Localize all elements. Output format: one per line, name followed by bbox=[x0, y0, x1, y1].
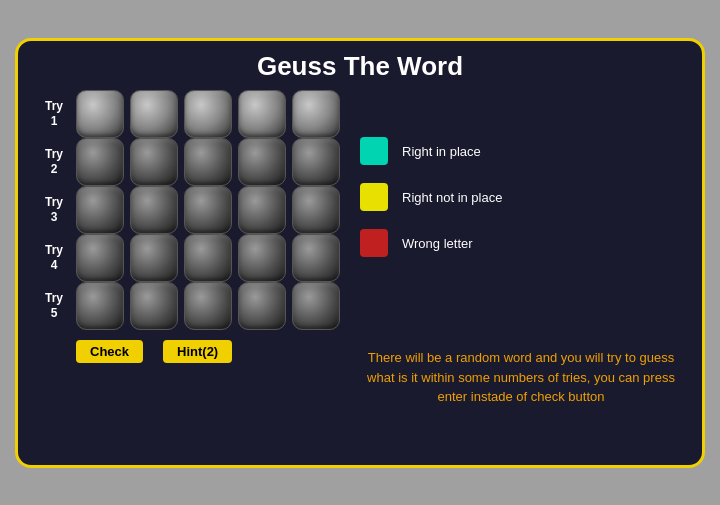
cell-r1-c3[interactable] bbox=[184, 90, 232, 138]
legend-label-2: Wrong letter bbox=[402, 236, 473, 251]
main-area: Try 1Try 2Try 3Try 4Try 5 Check Hint(2) … bbox=[38, 90, 682, 455]
description-text: There will be a random word and you will… bbox=[360, 348, 682, 407]
cell-r4-c1[interactable] bbox=[76, 234, 124, 282]
try-row-4: Try 4 bbox=[38, 234, 340, 282]
cells-group-1 bbox=[76, 90, 340, 138]
cell-r3-c2[interactable] bbox=[130, 186, 178, 234]
try-label-1: Try 1 bbox=[38, 99, 70, 128]
cell-r5-c2[interactable] bbox=[130, 282, 178, 330]
legend-label-0: Right in place bbox=[402, 144, 481, 159]
legend-item-0: Right in place bbox=[360, 137, 682, 165]
cell-r2-c3[interactable] bbox=[184, 138, 232, 186]
legend-color-0 bbox=[360, 137, 388, 165]
legend-color-2 bbox=[360, 229, 388, 257]
cell-r1-c1[interactable] bbox=[76, 90, 124, 138]
legend-color-1 bbox=[360, 183, 388, 211]
cell-r1-c5[interactable] bbox=[292, 90, 340, 138]
try-label-2: Try 2 bbox=[38, 147, 70, 176]
try-row-2: Try 2 bbox=[38, 138, 340, 186]
buttons-row: Check Hint(2) bbox=[38, 340, 340, 363]
cells-group-4 bbox=[76, 234, 340, 282]
cell-r4-c5[interactable] bbox=[292, 234, 340, 282]
cell-r5-c3[interactable] bbox=[184, 282, 232, 330]
try-row-1: Try 1 bbox=[38, 90, 340, 138]
left-panel: Try 1Try 2Try 3Try 4Try 5 Check Hint(2) bbox=[38, 90, 340, 455]
cell-r2-c1[interactable] bbox=[76, 138, 124, 186]
cell-r2-c5[interactable] bbox=[292, 138, 340, 186]
cells-group-5 bbox=[76, 282, 340, 330]
legend-label-1: Right not in place bbox=[402, 190, 502, 205]
hint-button[interactable]: Hint(2) bbox=[163, 340, 232, 363]
cells-group-3 bbox=[76, 186, 340, 234]
cell-r2-c4[interactable] bbox=[238, 138, 286, 186]
cell-r3-c4[interactable] bbox=[238, 186, 286, 234]
cell-r4-c3[interactable] bbox=[184, 234, 232, 282]
cell-r3-c3[interactable] bbox=[184, 186, 232, 234]
legend-item-2: Wrong letter bbox=[360, 229, 682, 257]
cell-r5-c4[interactable] bbox=[238, 282, 286, 330]
try-label-5: Try 5 bbox=[38, 291, 70, 320]
check-button[interactable]: Check bbox=[76, 340, 143, 363]
right-panel: Right in placeRight not in placeWrong le… bbox=[360, 90, 682, 455]
cell-r4-c2[interactable] bbox=[130, 234, 178, 282]
legend-item-1: Right not in place bbox=[360, 183, 682, 211]
cells-group-2 bbox=[76, 138, 340, 186]
cell-r5-c1[interactable] bbox=[76, 282, 124, 330]
rows-container: Try 1Try 2Try 3Try 4Try 5 bbox=[38, 90, 340, 330]
cell-r2-c2[interactable] bbox=[130, 138, 178, 186]
try-label-3: Try 3 bbox=[38, 195, 70, 224]
legend-section: Right in placeRight not in placeWrong le… bbox=[360, 137, 682, 257]
cell-r1-c2[interactable] bbox=[130, 90, 178, 138]
try-row-3: Try 3 bbox=[38, 186, 340, 234]
cell-r4-c4[interactable] bbox=[238, 234, 286, 282]
try-label-4: Try 4 bbox=[38, 243, 70, 272]
page-title: Geuss The Word bbox=[38, 51, 682, 82]
cell-r5-c5[interactable] bbox=[292, 282, 340, 330]
cell-r3-c5[interactable] bbox=[292, 186, 340, 234]
cell-r3-c1[interactable] bbox=[76, 186, 124, 234]
try-row-5: Try 5 bbox=[38, 282, 340, 330]
game-container: Geuss The Word Try 1Try 2Try 3Try 4Try 5… bbox=[15, 38, 705, 468]
cell-r1-c4[interactable] bbox=[238, 90, 286, 138]
